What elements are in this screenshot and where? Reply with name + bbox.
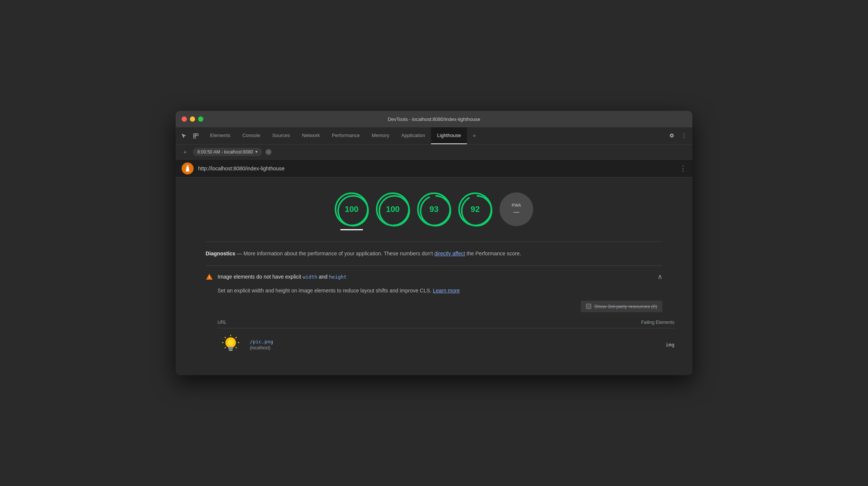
svg-rect-18 (228, 348, 233, 349)
devtools-tabs: Elements Console Sources Network Perform… (176, 127, 692, 145)
zoom-button[interactable] (198, 116, 203, 122)
toolbar: + 8:00:50 AM - localhost:8080 ▾ (176, 145, 692, 160)
main-content: 100 100 (176, 177, 692, 375)
url-bar: http://localhost:8080/index-lighthouse ⋮ (176, 160, 692, 177)
audit-description: Set an explicit width and height on imag… (218, 287, 662, 295)
minimize-button[interactable] (190, 116, 195, 122)
score-seo: 92 (458, 192, 492, 226)
tab-performance[interactable]: Performance (326, 127, 365, 144)
tab-lighthouse[interactable]: Lighthouse (431, 127, 467, 144)
tabs-list: Elements Console Sources Network Perform… (204, 127, 667, 144)
chevron-up-icon[interactable]: ∧ (658, 273, 662, 281)
score-best-practices: 93 (417, 192, 451, 226)
svg-rect-5 (186, 165, 189, 166)
svg-line-23 (236, 347, 237, 348)
svg-line-24 (225, 337, 226, 338)
url-pill-text: 8:00:50 AM - localhost:8080 (197, 149, 253, 155)
pwa-label: PWA (512, 203, 521, 207)
diagnostics-label: Diagnostics (206, 250, 235, 256)
pwa-dash: — (513, 209, 519, 216)
diagnostics-text1: — More information about the performance… (235, 250, 434, 256)
third-party-box: Show 3rd-party resources (0) (581, 301, 662, 312)
resource-url[interactable]: /pic.png (250, 339, 600, 344)
tab-network[interactable]: Network (296, 127, 326, 144)
settings-icon[interactable] (667, 131, 677, 141)
score-value-2: 100 (386, 204, 400, 214)
kebab-menu-icon[interactable]: ⋮ (679, 131, 689, 141)
col-fail-header: Failing Elements (600, 320, 674, 325)
thumbnail-cell (218, 334, 244, 355)
devtools-left-icons (179, 131, 201, 141)
score-value-1: 100 (345, 204, 359, 214)
audit-title-code-width: width (303, 274, 317, 280)
svg-rect-1 (196, 134, 198, 136)
tab-elements[interactable]: Elements (204, 127, 236, 144)
learn-more-link[interactable]: Learn more (433, 288, 460, 294)
diagnostics-section: Diagnostics — More information about the… (176, 242, 692, 367)
svg-text:!: ! (209, 276, 210, 280)
tab-application[interactable]: Application (395, 127, 431, 144)
diagnostics-text2: the Performance score. (465, 250, 521, 256)
audit-title-code-height: height (329, 274, 347, 280)
page-url: http://localhost:8080/index-lighthouse (198, 165, 680, 171)
audit-table: URL Failing Elements (218, 317, 674, 361)
tab-more[interactable]: » (467, 127, 482, 144)
svg-rect-7 (186, 167, 189, 168)
table-row: /pic.png (localhost) img (218, 328, 674, 361)
lightbulb-thumbnail (221, 334, 241, 355)
fail-cell: img (600, 342, 674, 347)
warning-icon: ! (206, 273, 213, 280)
layers-icon[interactable] (191, 131, 201, 141)
third-party-label: Show 3rd-party resources (0) (594, 304, 657, 309)
table-header: URL Failing Elements (218, 317, 674, 328)
score-value-3: 93 (430, 204, 438, 214)
score-performance: 100 (335, 192, 368, 226)
third-party-checkbox[interactable] (586, 304, 591, 309)
svg-rect-17 (228, 347, 233, 348)
tab-console[interactable]: Console (236, 127, 266, 144)
directly-affect-link[interactable]: directly affect (434, 250, 465, 256)
traffic-lights (182, 116, 203, 122)
tab-memory[interactable]: Memory (366, 127, 395, 144)
titlebar: DevTools - localhost:8080/index-lighthou… (176, 111, 692, 127)
resource-host: (localhost) (250, 345, 600, 350)
svg-point-16 (228, 340, 234, 346)
score-pwa: PWA — (500, 192, 533, 226)
dropdown-arrow-icon: ▾ (255, 149, 258, 154)
window-title: DevTools - localhost:8080/index-lighthou… (182, 116, 686, 122)
score-value-4: 92 (471, 204, 480, 214)
lighthouse-favicon (182, 162, 194, 174)
svg-rect-2 (194, 136, 195, 138)
svg-rect-8 (186, 166, 189, 167)
third-party-row: Show 3rd-party resources (0) (206, 301, 662, 312)
close-button[interactable] (182, 116, 187, 122)
svg-rect-19 (229, 350, 233, 351)
tabs-right-icons: ⋮ (667, 131, 689, 141)
svg-line-26 (225, 347, 226, 348)
audit-header: ! Image elements do not have explicit wi… (206, 273, 662, 281)
stop-icon[interactable] (265, 149, 272, 155)
cursor-icon[interactable] (179, 131, 189, 141)
svg-rect-0 (194, 134, 195, 136)
audit-title: Image elements do not have explicit widt… (218, 274, 653, 280)
tab-sources[interactable]: Sources (266, 127, 296, 144)
svg-marker-6 (186, 168, 189, 171)
audit-item: ! Image elements do not have explicit wi… (206, 265, 662, 368)
url-menu-icon[interactable]: ⋮ (680, 164, 686, 173)
url-pill[interactable]: 8:00:50 AM - localhost:8080 ▾ (193, 148, 262, 156)
score-accessibility: 100 (376, 192, 410, 226)
add-tab-button[interactable]: + (180, 147, 190, 157)
score-circles: 100 100 (176, 185, 692, 242)
failing-element: img (666, 342, 674, 347)
svg-line-21 (236, 337, 237, 338)
url-cell: /pic.png (localhost) (250, 339, 600, 350)
col-url-header: URL (218, 320, 600, 325)
diagnostics-text: Diagnostics — More information about the… (206, 242, 662, 265)
